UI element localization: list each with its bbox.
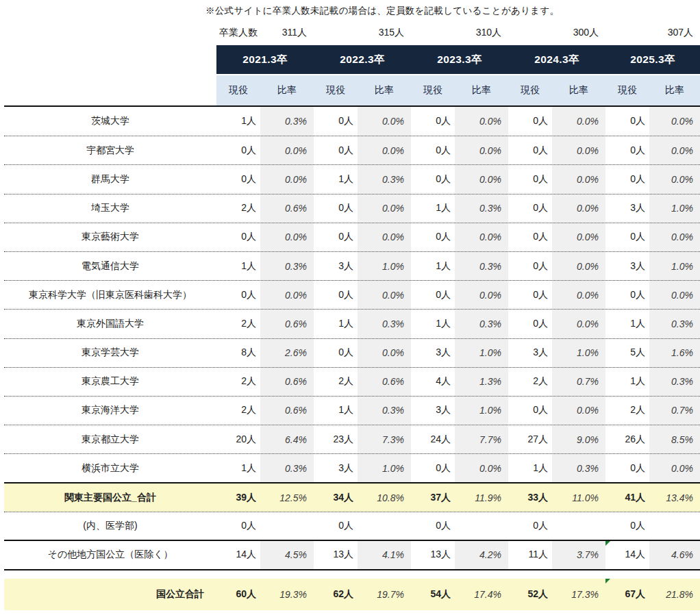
ratio-cell: 0.6%: [260, 194, 314, 223]
subheader-ratio-label: 比率: [649, 75, 700, 105]
ratio-cell: 0.0%: [552, 165, 605, 193]
row-label: 東京藝術大学: [4, 223, 216, 251]
current-count-cell: 26人: [605, 425, 649, 453]
current-count-cell: 23人: [314, 425, 358, 453]
ratio-cell: 0.6%: [260, 397, 314, 425]
current-count-cell: 0人: [508, 223, 552, 251]
ratio-cell: 0.0%: [552, 310, 605, 338]
row-label: 東京科学大学（旧東京医科歯科大学）: [4, 281, 216, 309]
ratio-cell: [455, 512, 508, 540]
current-count-cell: 0人: [314, 512, 358, 540]
ratio-cell: 0.0%: [358, 339, 411, 367]
current-count-cell: 0人: [508, 136, 552, 164]
table-row: 埼玉大学2人0.6%0人0.0%1人0.3%0人0.0%3人1.0%: [4, 194, 700, 223]
ratio-cell: 0.0%: [260, 136, 314, 164]
current-count-cell: 13人: [411, 541, 455, 569]
current-count-cell: 0人: [605, 165, 649, 193]
current-count-cell: 39人: [216, 484, 260, 511]
ratio-cell: 11.0%: [552, 484, 605, 511]
current-count-cell: 14人: [605, 541, 649, 569]
ratio-cell: 11.9%: [455, 484, 508, 511]
row-label: 東京海洋大学: [4, 397, 216, 425]
current-count-cell: 0人: [216, 281, 260, 309]
admissions-table-page: ※公式サイトに卒業人数未記載の場合は、定員数を記載していることがあります。 卒業…: [0, 0, 700, 615]
current-count-cell: 0人: [216, 512, 260, 540]
table-body: 茨城大学1人0.3%0人0.0%0人0.0%0人0.0%0人0.0%宇都宮大学0…: [4, 107, 700, 610]
current-count-cell: 1人: [411, 194, 455, 223]
row-label: 群馬大学: [4, 165, 216, 193]
current-count-cell: 3人: [411, 397, 455, 425]
table-row: 東京藝術大学0人0.0%0人0.0%0人0.0%0人0.0%0人0.0%: [4, 223, 700, 251]
current-count-cell: 14人: [216, 541, 260, 569]
current-count-cell: 1人: [411, 310, 455, 338]
footnote-text: ※公式サイトに卒業人数未記載の場合は、定員数を記載していることがあります。: [205, 5, 559, 17]
ratio-cell: 0.0%: [455, 107, 508, 136]
ratio-cell: 0.0%: [552, 107, 605, 136]
graduate-count-value: 307人: [649, 23, 700, 42]
ratio-cell: 0.3%: [358, 397, 411, 425]
current-count-cell: 8人: [216, 339, 260, 367]
current-count-cell: 41人: [605, 484, 649, 511]
ratio-cell: 1.0%: [552, 339, 605, 367]
ratio-cell: 4.1%: [358, 541, 411, 569]
ratio-cell: 0.0%: [455, 454, 508, 482]
ratio-cell: 0.3%: [455, 252, 508, 280]
ratio-cell: 12.5%: [260, 484, 314, 511]
ratio-cell: 0.0%: [260, 281, 314, 309]
year-header-row: 2021.3卒2022.3卒2023.3卒2024.3卒2025.3卒: [4, 45, 700, 74]
ratio-cell: 0.0%: [552, 136, 605, 164]
graduate-count-value: 310人: [455, 23, 508, 42]
subheader-ratio-label: 比率: [260, 75, 314, 105]
table-row: 東京外国語大学2人0.6%1人0.3%1人0.3%0人0.0%1人0.3%: [4, 309, 700, 338]
ratio-cell: 21.8%: [649, 579, 700, 610]
ratio-cell: 0.0%: [358, 107, 411, 136]
current-count-cell: 0人: [411, 136, 455, 164]
table-row: 東京学芸大学8人2.6%0人0.0%3人1.0%3人1.0%5人1.6%: [4, 338, 700, 367]
table-row: その他地方国公立（医除く）14人4.5%13人4.1%13人4.2%11人3.7…: [4, 541, 700, 570]
current-count-cell: 1人: [314, 397, 358, 425]
admissions-table: 卒業人数311人315人310人300人307人 2021.3卒2022.3卒2…: [4, 23, 700, 610]
year-header-cell: 2022.3卒: [314, 45, 411, 74]
current-count-cell: 0人: [216, 136, 260, 164]
ratio-cell: 0.0%: [260, 223, 314, 251]
current-count-cell: 1人: [605, 310, 649, 338]
current-count-cell: 0人: [411, 454, 455, 482]
ratio-cell: 1.0%: [455, 339, 508, 367]
current-count-cell: 1人: [411, 252, 455, 280]
row-label: その他地方国公立（医除く）: [4, 541, 216, 569]
subheader-current-label: 現役: [508, 75, 552, 105]
ratio-cell: 1.0%: [358, 252, 411, 280]
ratio-cell: 1.0%: [455, 397, 508, 425]
ratio-cell: 9.0%: [552, 425, 605, 453]
row-label: 横浜市立大学: [4, 454, 216, 482]
ratio-cell: 0.0%: [649, 223, 700, 251]
ratio-cell: 17.4%: [455, 579, 508, 610]
current-count-cell: 0人: [508, 107, 552, 136]
ratio-cell: 8.5%: [649, 425, 700, 453]
current-count-cell: 0人: [314, 223, 358, 251]
subheader-current-label: 現役: [216, 75, 260, 105]
current-count-cell: 52人: [508, 579, 552, 610]
ratio-cell: 0.0%: [552, 281, 605, 309]
current-count-cell: 0人: [605, 136, 649, 164]
ratio-cell: 0.3%: [260, 107, 314, 136]
ratio-cell: 0.0%: [260, 165, 314, 193]
current-count-cell: 1人: [605, 368, 649, 396]
subheader-row: 現役比率現役比率現役比率現役比率現役比率: [4, 75, 700, 105]
ratio-cell: 19.3%: [260, 579, 314, 610]
current-count-cell: 5人: [605, 339, 649, 367]
current-count-cell: 34人: [314, 484, 358, 511]
current-count-cell: 0人: [508, 165, 552, 193]
ratio-cell: 7.3%: [358, 425, 411, 453]
current-count-cell: 11人: [508, 541, 552, 569]
current-count-cell: 2人: [216, 368, 260, 396]
spacer: [411, 23, 455, 42]
current-count-cell: 2人: [216, 194, 260, 223]
ratio-cell: 0.3%: [455, 194, 508, 223]
current-count-cell: 4人: [411, 368, 455, 396]
ratio-cell: [260, 512, 314, 540]
ratio-cell: 0.3%: [358, 165, 411, 193]
current-count-cell: 2人: [605, 397, 649, 425]
ratio-cell: 0.0%: [649, 136, 700, 164]
subheader-ratio-label: 比率: [552, 75, 605, 105]
